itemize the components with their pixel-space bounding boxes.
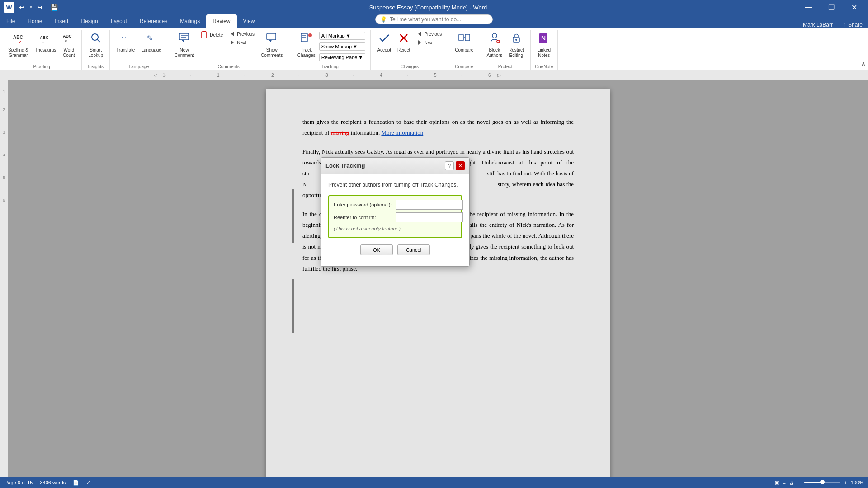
undo-button[interactable]: ↩ bbox=[17, 3, 26, 12]
language-button[interactable]: ✎ Language bbox=[138, 30, 164, 55]
block-authors-button[interactable]: BlockAuthors bbox=[484, 30, 505, 60]
group-tracking: TrackChanges All Markup ▼ Show Markup ▼ … bbox=[289, 30, 371, 70]
show-comments-label: ShowComments bbox=[261, 47, 283, 58]
undo-dropdown[interactable]: ▼ bbox=[29, 5, 33, 9]
status-right: ▣ ≡ 🖨 − + 100% bbox=[775, 480, 863, 486]
changes-prev-next: Previous Next bbox=[414, 30, 444, 47]
view-normal-icon[interactable]: ▣ bbox=[775, 480, 779, 486]
ribbon-expand-button[interactable]: ∧ bbox=[861, 60, 866, 68]
previous-comment-button[interactable]: Previous bbox=[226, 30, 257, 38]
group-onenote: N LinkedNotes OneNote bbox=[531, 30, 558, 70]
accept-icon bbox=[378, 32, 391, 47]
next-change-button[interactable]: Next bbox=[414, 38, 444, 47]
dialog-help-button[interactable]: ? bbox=[445, 161, 454, 170]
new-comment-icon bbox=[178, 32, 191, 47]
new-comment-label: NewComment bbox=[175, 47, 194, 58]
reviewing-pane-label: Reviewing Pane bbox=[321, 55, 358, 60]
restrict-editing-label: RestrictEditing bbox=[509, 47, 524, 58]
share-button[interactable]: ↑ Share bbox=[838, 22, 868, 28]
tab-review[interactable]: Review bbox=[206, 14, 236, 28]
block-authors-label: BlockAuthors bbox=[486, 47, 502, 58]
document-page[interactable]: them gives the recipient a foundation to… bbox=[266, 89, 610, 477]
confirm-input[interactable] bbox=[396, 212, 463, 222]
view-web-icon[interactable]: 🖨 bbox=[789, 480, 794, 485]
minimize-button[interactable]: — bbox=[798, 0, 819, 14]
ok-button[interactable]: OK bbox=[360, 244, 393, 255]
reject-button[interactable]: Reject bbox=[395, 30, 413, 55]
svg-text:0: 0 bbox=[65, 39, 67, 43]
onenote-group-label: OneNote bbox=[535, 62, 553, 70]
smart-lookup-button[interactable]: SmartLookup bbox=[85, 30, 106, 60]
restrict-editing-button[interactable]: RestrictEditing bbox=[506, 30, 527, 60]
document-area: them gives the recipient a foundation to… bbox=[8, 80, 868, 477]
group-comments: NewComment Delete Previous Next bbox=[168, 30, 290, 70]
tell-me-input[interactable] bbox=[390, 16, 480, 23]
user-account[interactable]: Mark LaBarr bbox=[797, 22, 838, 28]
show-comments-button[interactable]: ShowComments bbox=[258, 30, 285, 60]
dialog-close-button[interactable]: ✕ bbox=[456, 161, 465, 170]
view-read-icon[interactable]: ≡ bbox=[783, 480, 786, 485]
compare-button[interactable]: Compare bbox=[452, 30, 476, 55]
reject-icon bbox=[397, 32, 410, 47]
thesaurus-button[interactable]: ABC↔ Thesaurus bbox=[32, 30, 59, 55]
tab-layout[interactable]: Layout bbox=[104, 14, 133, 28]
zoom-handle[interactable] bbox=[820, 480, 825, 484]
next-comment-label: Next bbox=[237, 40, 246, 45]
zoom-in-icon[interactable]: + bbox=[844, 480, 847, 485]
redo-button[interactable]: ↪ bbox=[36, 3, 45, 12]
delete-label: Delete bbox=[210, 33, 223, 38]
left-ruler: 1 2 3 4 5 6 bbox=[0, 80, 8, 477]
tab-home[interactable]: Home bbox=[21, 14, 48, 28]
dialog-title-buttons: ? ✕ bbox=[445, 161, 465, 170]
translate-button[interactable]: ↔ Translate bbox=[113, 30, 137, 55]
translate-label: Translate bbox=[116, 47, 135, 53]
comments-items: NewComment Delete Previous Next bbox=[172, 30, 286, 62]
tab-view[interactable]: View bbox=[237, 14, 261, 28]
tab-mailings[interactable]: Mailings bbox=[174, 14, 206, 28]
spelling-grammar-button[interactable]: ABC✓ Spelling &Grammar bbox=[5, 30, 31, 60]
dialog-title: Lock Tracking bbox=[326, 160, 365, 171]
zoom-slider[interactable] bbox=[804, 482, 840, 483]
group-insights: SmartLookup Insights bbox=[82, 30, 110, 70]
compare-label: Compare bbox=[455, 47, 473, 53]
delete-comment-icon[interactable]: Delete bbox=[198, 30, 226, 40]
proofing-group-label: Proofing bbox=[33, 62, 50, 70]
restore-button[interactable]: ❐ bbox=[821, 0, 842, 14]
new-comment-button[interactable]: NewComment bbox=[172, 30, 197, 60]
delete-comment-button[interactable]: Delete bbox=[198, 30, 226, 40]
accept-button[interactable]: Accept bbox=[374, 30, 394, 55]
tab-file[interactable]: File bbox=[0, 14, 21, 28]
prev-next-comment: Previous Next bbox=[226, 30, 257, 47]
show-markup-dropdown[interactable]: Show Markup ▼ bbox=[319, 42, 365, 51]
close-button[interactable]: ✕ bbox=[844, 0, 864, 14]
dialog-body: Prevent other authors from turning off T… bbox=[321, 174, 469, 266]
tab-design[interactable]: Design bbox=[75, 14, 104, 28]
reviewing-pane-dropdown[interactable]: Reviewing Pane ▼ bbox=[319, 53, 365, 61]
linked-notes-button[interactable]: N LinkedNotes bbox=[535, 30, 553, 60]
autosave-button[interactable]: 💾 bbox=[50, 4, 58, 11]
translate-icon: ↔ bbox=[119, 32, 132, 47]
doc-icon: 📄 bbox=[73, 480, 79, 486]
protect-items: BlockAuthors RestrictEditing bbox=[484, 30, 526, 62]
zoom-out-icon[interactable]: − bbox=[798, 480, 801, 485]
all-markup-dropdown[interactable]: All Markup ▼ bbox=[319, 32, 365, 40]
share-label: Share bbox=[848, 22, 863, 28]
previous-change-button[interactable]: Previous bbox=[414, 30, 444, 38]
changes-items: Accept Reject Previous Next bbox=[374, 30, 444, 62]
title-right: — ❐ ✕ bbox=[798, 0, 864, 14]
tab-insert[interactable]: Insert bbox=[48, 14, 75, 28]
previous-comment-label: Previous bbox=[237, 32, 255, 37]
svg-marker-11 bbox=[182, 40, 184, 42]
show-markup-chevron: ▼ bbox=[353, 44, 358, 49]
smart-lookup-icon bbox=[90, 32, 102, 47]
word-count-button[interactable]: ABC0 WordCount bbox=[60, 30, 78, 60]
cancel-button[interactable]: Cancel bbox=[397, 244, 430, 255]
tab-references[interactable]: References bbox=[133, 14, 174, 28]
dialog-footer: OK Cancel bbox=[328, 243, 462, 261]
svg-marker-27 bbox=[418, 32, 421, 36]
language-label: Language bbox=[141, 47, 161, 53]
password-input[interactable] bbox=[396, 200, 463, 210]
next-comment-button[interactable]: Next bbox=[226, 38, 257, 47]
reject-label: Reject bbox=[397, 47, 410, 53]
track-changes-button[interactable]: TrackChanges bbox=[295, 30, 318, 60]
